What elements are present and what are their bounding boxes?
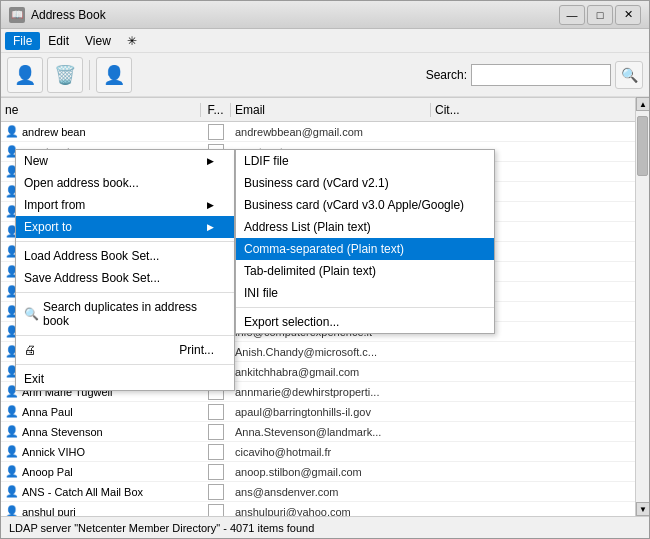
window-controls: — □ ✕ bbox=[559, 5, 641, 25]
window-title: Address Book bbox=[31, 8, 559, 22]
flag-checkbox[interactable] bbox=[208, 264, 224, 280]
person-icon: 👤 bbox=[5, 185, 19, 198]
table-row[interactable]: 👤africa.net africa.net bbox=[1, 282, 635, 302]
flag-checkbox[interactable] bbox=[208, 404, 224, 420]
search-area: Search: 🔍 bbox=[426, 61, 643, 89]
person-icon: 👤 bbox=[5, 465, 19, 478]
scroll-track[interactable] bbox=[636, 111, 649, 502]
flag-checkbox[interactable] bbox=[208, 344, 224, 360]
person-icon: 👤 bbox=[5, 285, 19, 298]
person-icon: 👤 bbox=[5, 485, 19, 498]
person-icon: 👤 bbox=[5, 165, 19, 178]
flag-checkbox[interactable] bbox=[208, 424, 224, 440]
table-row[interactable]: 👤guestpost.com guestpost.com bbox=[1, 142, 635, 162]
table-row[interactable]: 👤Anoop Pal anoop.stilbon@gmail.com bbox=[1, 462, 635, 482]
person-icon: 👤 bbox=[5, 425, 19, 438]
content-area: ne F... Email Cit... 👤andrew bean andrew… bbox=[1, 97, 649, 516]
maximize-button[interactable]: □ bbox=[587, 5, 613, 25]
flag-checkbox[interactable] bbox=[208, 304, 224, 320]
person-icon: 👤 bbox=[5, 345, 19, 358]
address-table: ne F... Email Cit... 👤andrew bean andrew… bbox=[1, 97, 635, 516]
person-icon: 👤 bbox=[5, 445, 19, 458]
table-row[interactable]: 👤Aniello Bifulco info@computerexperience… bbox=[1, 322, 635, 342]
person-icon: 👤 bbox=[5, 505, 19, 516]
table-row[interactable]: 👤Ankit Chhabra ankitchhabra@gmail.com bbox=[1, 362, 635, 382]
table-row[interactable]: 👤Ann Marie Tugwell annmarie@dewhirstprop… bbox=[1, 382, 635, 402]
vertical-scrollbar[interactable]: ▲ ▼ bbox=[635, 97, 649, 516]
table-body: 👤andrew bean andrewbbean@gmail.com 👤gues… bbox=[1, 122, 635, 516]
person-icon: 👤 bbox=[5, 245, 19, 258]
person-icon: 👤 bbox=[5, 385, 19, 398]
status-text: LDAP server "Netcenter Member Directory"… bbox=[9, 522, 314, 534]
table-row[interactable]: 👤qualityguestpos... qualityguestpos... bbox=[1, 162, 635, 182]
flag-checkbox[interactable] bbox=[208, 184, 224, 200]
person-icon: 👤 bbox=[5, 265, 19, 278]
flag-checkbox[interactable] bbox=[208, 444, 224, 460]
person-icon: 👤 bbox=[5, 125, 19, 138]
flag-checkbox[interactable] bbox=[208, 484, 224, 500]
search-input[interactable] bbox=[471, 64, 611, 86]
table-row[interactable]: 👤anshul puri anshulpuri@yahoo.com bbox=[1, 502, 635, 516]
table-row[interactable]: 👤axxys.com axxys.com bbox=[1, 242, 635, 262]
scroll-down-button[interactable]: ▼ bbox=[636, 502, 649, 516]
person-icon: 👤 bbox=[5, 325, 19, 338]
table-row[interactable]: 👤sbcglobal.net sbcglobal.net bbox=[1, 202, 635, 222]
search-button[interactable]: 🔍 bbox=[615, 61, 643, 89]
table-row[interactable]: 👤andrew bean andrewbbean@gmail.com bbox=[1, 122, 635, 142]
table-row[interactable]: 👤ayvedcompute... ayvedcompute... bbox=[1, 302, 635, 322]
menu-bar: File Edit View ✳ bbox=[1, 29, 649, 53]
person-icon: 👤 bbox=[5, 365, 19, 378]
menu-edit[interactable]: Edit bbox=[40, 32, 77, 50]
app-icon: 📖 bbox=[9, 7, 25, 23]
flag-checkbox[interactable] bbox=[208, 124, 224, 140]
person-icon: 👤 bbox=[5, 145, 19, 158]
person-icon: 👤 bbox=[5, 405, 19, 418]
flag-checkbox[interactable] bbox=[208, 284, 224, 300]
main-window: 📖 Address Book — □ ✕ File Edit View ✳ 👤 … bbox=[0, 0, 650, 539]
new-button[interactable]: 👤 bbox=[7, 57, 43, 93]
table-row[interactable]: 👤btinternet.com btinternet.com bbox=[1, 182, 635, 202]
table-row[interactable]: 👤Anish Chandy Anish.Chandy@microsoft.c..… bbox=[1, 342, 635, 362]
person-icon: 👤 bbox=[5, 305, 19, 318]
table-row[interactable]: 👤ANS - Catch All Mail Box ans@ansdenver.… bbox=[1, 482, 635, 502]
delete-button[interactable]: 🗑️ bbox=[47, 57, 83, 93]
scroll-up-button[interactable]: ▲ bbox=[636, 97, 649, 111]
minimize-button[interactable]: — bbox=[559, 5, 585, 25]
menu-file[interactable]: File bbox=[5, 32, 40, 50]
flag-checkbox[interactable] bbox=[208, 364, 224, 380]
table-row[interactable]: 👤Annick VIHO cicaviho@hotmail.fr bbox=[1, 442, 635, 462]
scroll-thumb[interactable] bbox=[637, 116, 648, 176]
person-icon: 👤 bbox=[5, 205, 19, 218]
toolbar: 👤 🗑️ 👤 Search: 🔍 bbox=[1, 53, 649, 97]
toolbar-separator bbox=[89, 60, 90, 90]
menu-view[interactable]: View bbox=[77, 32, 119, 50]
menu-extra[interactable]: ✳ bbox=[119, 32, 145, 50]
properties-button[interactable]: 👤 bbox=[96, 57, 132, 93]
table-row[interactable]: 👤Anna Paul apaul@barringtonhills-il.gov bbox=[1, 402, 635, 422]
flag-checkbox[interactable] bbox=[208, 384, 224, 400]
flag-checkbox[interactable] bbox=[208, 164, 224, 180]
flag-checkbox[interactable] bbox=[208, 144, 224, 160]
status-bar: LDAP server "Netcenter Member Directory"… bbox=[1, 516, 649, 538]
table-row[interactable]: 👤zeppelin.demon.c... zeppelin.demon.c... bbox=[1, 262, 635, 282]
flag-checkbox[interactable] bbox=[208, 224, 224, 240]
flag-checkbox[interactable] bbox=[208, 504, 224, 517]
title-bar: 📖 Address Book — □ ✕ bbox=[1, 1, 649, 29]
table-header: ne F... Email Cit... bbox=[1, 98, 635, 122]
close-button[interactable]: ✕ bbox=[615, 5, 641, 25]
col-header-city: Cit... bbox=[431, 103, 511, 117]
flag-checkbox[interactable] bbox=[208, 464, 224, 480]
col-header-flag: F... bbox=[201, 103, 231, 117]
flag-checkbox[interactable] bbox=[208, 204, 224, 220]
search-label: Search: bbox=[426, 68, 467, 82]
flag-checkbox[interactable] bbox=[208, 324, 224, 340]
col-header-name: ne bbox=[1, 103, 201, 117]
col-header-email: Email bbox=[231, 103, 431, 117]
person-icon: 👤 bbox=[5, 225, 19, 238]
flag-checkbox[interactable] bbox=[208, 244, 224, 260]
table-row[interactable]: 👤oughlin@parkro... oughlin@parkro... bbox=[1, 222, 635, 242]
table-row[interactable]: 👤Anna Stevenson Anna.Stevenson@landmark.… bbox=[1, 422, 635, 442]
